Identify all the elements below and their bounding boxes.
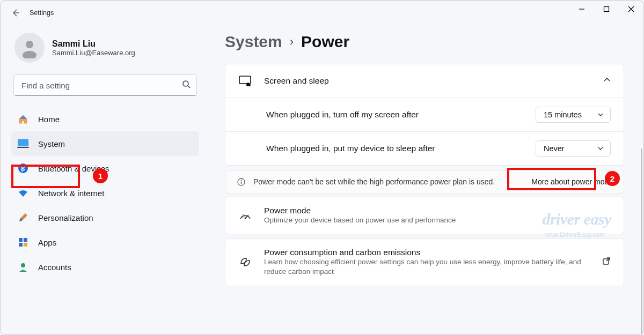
svg-point-17 — [21, 263, 25, 267]
sleep-after-label: When plugged in, put my device to sleep … — [266, 144, 435, 153]
sidebar-item-label: Bluetooth & devices — [38, 164, 109, 173]
svg-rect-14 — [24, 238, 27, 242]
leaf-icon — [238, 255, 252, 269]
power-mode-title: Power mode — [264, 206, 611, 215]
breadcrumb-parent[interactable]: System — [225, 33, 282, 51]
svg-rect-1 — [604, 7, 609, 12]
sidebar-item-label: Apps — [38, 238, 56, 247]
screen-sleep-icon — [238, 74, 252, 88]
breadcrumb-current: Power — [301, 33, 349, 51]
sidebar-item-accounts[interactable]: Accounts — [11, 255, 199, 279]
sidebar-item-system[interactable]: System — [11, 131, 199, 156]
screen-sleep-title: Screen and sleep — [264, 76, 591, 86]
network-icon — [17, 187, 30, 199]
bluetooth-icon — [17, 162, 30, 175]
user-name: Sammi Liu — [52, 39, 135, 49]
carbon-title: Power consumption and carbon emissions — [264, 248, 590, 257]
more-about-power-mode-link[interactable]: More about power mode — [531, 177, 613, 186]
sidebar-item-label: System — [38, 139, 65, 148]
screen-off-row: When plugged in, turn off my screen afte… — [225, 98, 624, 131]
sidebar-item-label: Home — [38, 115, 60, 124]
search-input[interactable] — [13, 75, 197, 96]
scrollbar[interactable] — [641, 148, 642, 334]
user-email: Sammi.Liu@Easeware.org — [52, 49, 135, 57]
window-title: Settings — [30, 9, 54, 17]
apps-icon — [17, 236, 30, 249]
maximize-button[interactable] — [594, 1, 619, 18]
svg-rect-21 — [240, 181, 241, 184]
power-mode-infobar: Power mode can't be set while the high p… — [225, 170, 624, 193]
svg-rect-16 — [23, 242, 27, 247]
power-mode-card[interactable]: Power mode Optimize your device based on… — [225, 197, 624, 234]
sleep-after-dropdown[interactable]: Never — [536, 140, 611, 157]
profile-block[interactable]: Sammi Liu Sammi.Liu@Easeware.org — [14, 33, 199, 63]
breadcrumb: System › Power — [225, 33, 624, 51]
screen-off-label: When plugged in, turn off my screen afte… — [266, 110, 419, 120]
sidebar-item-home[interactable]: Home — [11, 107, 199, 131]
screen-off-value: 15 minutes — [544, 110, 582, 119]
sidebar-item-label: Accounts — [38, 263, 71, 272]
screen-off-dropdown[interactable]: 15 minutes — [536, 107, 611, 123]
svg-line-25 — [243, 214, 244, 215]
svg-rect-18 — [239, 76, 251, 84]
chevron-down-icon — [597, 145, 604, 152]
sidebar-item-network[interactable]: Network & internet — [11, 181, 199, 205]
svg-point-7 — [183, 81, 188, 86]
system-icon — [17, 137, 30, 150]
chevron-right-icon: › — [290, 35, 294, 49]
svg-rect-11 — [17, 147, 29, 148]
search-icon — [182, 80, 191, 91]
home-icon — [17, 113, 30, 125]
screen-and-sleep-header[interactable]: Screen and sleep — [225, 64, 624, 98]
personalization-icon — [17, 211, 30, 224]
carbon-card[interactable]: Power consumption and carbon emissions L… — [225, 239, 624, 286]
sidebar-item-bluetooth[interactable]: Bluetooth & devices — [11, 156, 199, 181]
carbon-subtitle: Learn how choosing efficient power setti… — [264, 257, 590, 277]
svg-point-5 — [26, 41, 33, 48]
sleep-after-row: When plugged in, put my device to sleep … — [225, 131, 624, 165]
chevron-up-icon — [603, 76, 611, 86]
infobar-text: Power mode can't be set while the high p… — [253, 177, 495, 186]
accounts-icon — [17, 260, 30, 273]
svg-line-8 — [188, 86, 190, 88]
sidebar-item-label: Personalization — [38, 213, 93, 222]
gauge-icon — [238, 209, 252, 222]
sidebar-item-label: Network & internet — [38, 189, 104, 198]
svg-point-6 — [23, 51, 36, 58]
sleep-after-value: Never — [544, 144, 565, 153]
svg-rect-13 — [19, 238, 23, 242]
info-icon — [236, 177, 246, 187]
sidebar-nav: Home System Bluetooth & devices Network … — [11, 107, 199, 279]
minimize-button[interactable] — [569, 1, 594, 18]
svg-rect-15 — [19, 243, 23, 247]
screen-and-sleep-card: Screen and sleep When plugged in, turn o… — [225, 64, 624, 166]
close-button[interactable] — [619, 1, 643, 18]
sidebar-item-personalization[interactable]: Personalization — [11, 205, 199, 230]
chevron-down-icon — [597, 111, 604, 118]
power-mode-subtitle: Optimize your device based on power use … — [264, 215, 611, 225]
svg-rect-10 — [18, 140, 28, 146]
external-link-icon — [602, 257, 611, 267]
avatar — [14, 33, 45, 63]
sidebar-item-apps[interactable]: Apps — [11, 230, 199, 255]
back-button[interactable] — [8, 5, 23, 20]
svg-point-20 — [240, 180, 241, 181]
